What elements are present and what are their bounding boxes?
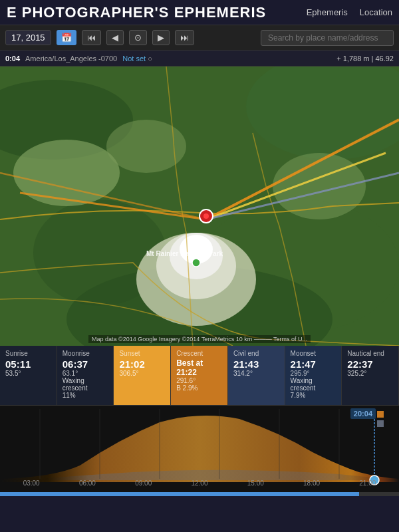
timeline-container[interactable]: 20:04 bbox=[0, 406, 399, 492]
sunrise-label: Sunrise bbox=[5, 350, 51, 357]
time-label-3: 12:00 bbox=[191, 479, 207, 487]
header: E PHOTOGRAPHER'S EPHEMERIS Ephemeris Loc… bbox=[0, 0, 399, 25]
events-strip: Sunrise 05:11 53.5° Moonrise 06:37 63.1°… bbox=[0, 346, 399, 406]
status-not-set: Not set ○ bbox=[122, 55, 152, 63]
nav-last-button[interactable]: ⏭ bbox=[175, 30, 194, 45]
crescent-pct: B 2.9% bbox=[176, 384, 222, 392]
sunrise-time: 05:11 bbox=[5, 358, 51, 370]
sunset-deg: 306.5° bbox=[119, 370, 165, 377]
sunset-label: Sunset bbox=[119, 350, 165, 357]
nav-now-button[interactable]: ⊙ bbox=[129, 30, 147, 45]
map-credit: Map data ©2014 Google Imagery ©2014 Terr… bbox=[88, 335, 311, 343]
moonrise-phase: Waxing crescent bbox=[63, 377, 108, 392]
toolbar: 17, 2015 📅 ⏮ ◀ ⊙ ▶ ⏭ bbox=[0, 25, 399, 51]
moonrise-pct: 11% bbox=[63, 392, 108, 399]
moonrise-time: 06:37 bbox=[63, 358, 108, 370]
nav-ephemeris[interactable]: Ephemeris bbox=[307, 7, 348, 17]
svg-point-8 bbox=[273, 153, 366, 219]
header-nav: Ephemeris Location bbox=[307, 7, 392, 17]
event-moonset: Moonset 21:47 295.9° Waxing crescent 7.9… bbox=[285, 346, 342, 405]
nav-location[interactable]: Location bbox=[360, 7, 392, 17]
event-sunset: Sunset 21:02 306.5° bbox=[114, 346, 171, 405]
moonrise-deg: 63.1° bbox=[63, 370, 108, 377]
moonset-time: 21:47 bbox=[291, 358, 336, 370]
search-input[interactable] bbox=[261, 30, 394, 46]
status-timezone: America/Los_Angeles -0700 bbox=[25, 55, 117, 63]
time-label-4: 15:00 bbox=[247, 479, 264, 487]
svg-point-20 bbox=[192, 259, 200, 267]
civil-end-label: Civil end bbox=[233, 350, 279, 357]
moonset-label: Moonset bbox=[291, 350, 336, 357]
sunset-time: 21:02 bbox=[119, 358, 165, 370]
date-display: 17, 2015 bbox=[5, 30, 51, 45]
nautical-end-time: 22:37 bbox=[347, 358, 393, 370]
nav-next-button[interactable]: ▶ bbox=[152, 30, 170, 45]
crescent-label: Crescent bbox=[176, 350, 222, 357]
event-nautical-end: Nautical end 22:37 325.2° bbox=[342, 346, 399, 405]
crescent-time: Best at 21:22 bbox=[176, 358, 222, 377]
moonset-deg: 295.9° bbox=[291, 370, 336, 377]
event-sunrise: Sunrise 05:11 53.5° bbox=[0, 346, 57, 405]
time-label-2: 09:00 bbox=[135, 479, 152, 487]
time-label-6: 21:00 bbox=[359, 479, 376, 487]
civil-end-deg: 314.2° bbox=[233, 370, 279, 377]
sunrise-deg: 53.5° bbox=[5, 370, 51, 377]
moonset-pct: 7.9% bbox=[291, 392, 336, 399]
app-title: E PHOTOGRAPHER'S EPHEMERIS bbox=[7, 4, 266, 21]
time-label-0: 03:00 bbox=[23, 479, 40, 487]
current-time-indicator: 20:04 bbox=[350, 408, 376, 419]
civil-end-time: 21:43 bbox=[233, 358, 279, 370]
map-overlay: Mt Rainier National Park bbox=[0, 66, 399, 346]
calendar-button[interactable]: 📅 bbox=[57, 30, 76, 45]
nautical-end-deg: 325.2° bbox=[347, 370, 393, 377]
svg-rect-31 bbox=[377, 420, 384, 427]
svg-rect-30 bbox=[377, 411, 384, 418]
moonset-phase: Waxing crescent bbox=[291, 377, 336, 392]
nav-first-button[interactable]: ⏮ bbox=[82, 30, 101, 45]
event-crescent: Crescent Best at 21:22 291.6° B 2.9% bbox=[171, 346, 228, 405]
event-moonrise: Moonrise 06:37 63.1° Waxing crescent 11% bbox=[57, 346, 114, 405]
nautical-end-label: Nautical end bbox=[347, 350, 393, 357]
time-label-5: 18:00 bbox=[303, 479, 320, 487]
progress-bar-container[interactable] bbox=[0, 492, 399, 496]
crescent-deg: 291.6° bbox=[176, 377, 222, 384]
status-bar: 0:04 America/Los_Angeles -0700 Not set ○… bbox=[0, 51, 399, 66]
nav-prev-button[interactable]: ◀ bbox=[106, 30, 124, 45]
progress-bar-fill bbox=[0, 492, 359, 496]
moonrise-label: Moonrise bbox=[63, 350, 108, 357]
status-time: 0:04 bbox=[5, 55, 20, 63]
status-elevation: + 1,788 m | 46.92 bbox=[336, 55, 394, 63]
event-civil-end: Civil end 21:43 314.2° bbox=[228, 346, 285, 405]
time-label-1: 06:00 bbox=[79, 479, 96, 487]
timeline-labels: 03:00 06:00 09:00 12:00 15:00 18:00 21:0… bbox=[0, 479, 399, 487]
svg-text:Mt Rainier National Park: Mt Rainier National Park bbox=[146, 250, 223, 257]
svg-point-19 bbox=[203, 213, 209, 219]
map-container[interactable]: Mt Rainier National Park Map data ©2014 … bbox=[0, 66, 399, 346]
